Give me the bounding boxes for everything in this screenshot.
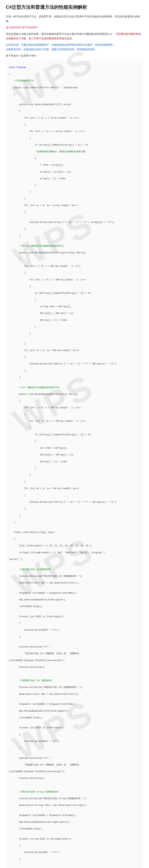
code-line: for (int ia = 0; ia < IArray.Length; ia+…	[9, 487, 140, 490]
code-line: if (array[j].CompareTo(array[j + 1]) > 0…	[9, 143, 140, 147]
code-line: }	[9, 521, 140, 524]
code-line: GSS.GenericBubbleSort(StringArraySort);	[9, 820, 140, 824]
code-line: public class GenericSort<T> where T : IC…	[9, 86, 140, 90]
code-line: Console.WriteLine("IArray [" + ia + "]" …	[9, 500, 140, 504]
code-line: for (int j = 0; j < array.Length - 1; j+…	[9, 130, 140, 133]
code-line: Console.WriteLine("用泛型方法组 int 型的数组排序：");	[9, 575, 140, 578]
code-line: {	[9, 622, 140, 625]
code-line: {	[9, 258, 140, 261]
text: 而这也是称之为描点型的原因，因为在编译的较早方法会让我们列表中的数据的实际类型是…	[6, 32, 115, 35]
code-line: Console.WriteLine("SArray [" + ia + "]" …	[9, 362, 140, 366]
code-line: for (int ia = 0; ia < array.Length; ia++…	[9, 204, 140, 207]
code-block: class Program { //泛型冒泡排序方法 public class …	[6, 60, 143, 868]
code-line: for (int ia = 0; ia < SArray.Length; ia+…	[9, 349, 140, 352]
code-line: "world!" };	[9, 558, 140, 561]
code-line: array[j] = array[j + 1];	[9, 170, 140, 174]
code-line: foreach (string GSSF in StringArraySort)	[9, 837, 140, 841]
code-line: SArray[j + 1] = item;	[9, 318, 140, 322]
code-line: Console.WriteLine("用普通方法组 int 型的数组排序：");	[9, 686, 140, 689]
code-line: {runTimeNSI.Elapsed.TotalMilliseconds}ms…	[9, 770, 140, 773]
code-line: foreach (int GSIF in IntArraySort)	[9, 615, 140, 618]
code-line: {	[9, 72, 140, 76]
code-line: Console.Write(NSIF + "\t");	[9, 740, 140, 743]
code-line: SArray[j] = SArray[j + 1];	[9, 312, 140, 315]
code-line: {	[9, 110, 140, 113]
text-blue: 以int型为例，完要存储在基础型数组中，所编译器就知道即将存储的int也是的，其…	[6, 43, 115, 46]
code-line: GenericSort<int> NSI = new GenericSort<i…	[9, 692, 140, 696]
code-line: }	[9, 635, 140, 639]
code-line: public void NormalBubbleSortString(strin…	[9, 251, 140, 255]
code-comment: //用泛型方法组 int型数组排序	[9, 568, 140, 571]
code-line: {	[9, 285, 140, 288]
highlight-paragraph: 描点型的完善"更早识别类型"。	[6, 25, 143, 30]
code-line: IArray[j] = IArray[j + 1];	[9, 453, 140, 457]
code-line: {	[9, 440, 140, 443]
code-line: Console.WriteLine();	[9, 665, 140, 669]
code-line: }	[9, 234, 140, 238]
code-comment: //用普通方法组 int 型数组排序	[9, 679, 140, 682]
code-line: GenericSort<int> GSI = new GenericSort<i…	[9, 581, 140, 585]
code-line: }	[9, 473, 140, 477]
code-comment: //用泛型方法组 string 型的数组排序	[9, 790, 140, 794]
code-line: string[] StringArraySort = { "my", "perf…	[9, 551, 140, 555]
code-line: Stopwatch runTimeGSS = Stopwatch.StartNe…	[9, 814, 140, 817]
code-line: }	[9, 369, 140, 373]
intro-paragraph-1: 泛这一种不存在适用于方法，还适用于类。也因此泛型方法在泛型类中不存在具备强大的重…	[6, 14, 143, 23]
code-line: foreach (int NSIF in IntArraySort)	[9, 726, 140, 730]
code-line: }	[9, 325, 140, 329]
code-line: {	[9, 123, 140, 126]
code-line: }	[9, 190, 140, 194]
code-line: {	[9, 494, 140, 497]
code-line: "给普通方法传 int 型数组类，{NSI} 所 花费时间：	[9, 763, 140, 767]
code-line: }	[9, 467, 140, 470]
code-line: class Program	[9, 66, 140, 69]
code-line: {	[9, 271, 140, 275]
code-comment: //如果前面的元素较大，就把它的值赋给后面的元素	[9, 150, 140, 154]
code-line: Console.WriteLine("array [" + ia + "]" +…	[9, 221, 140, 224]
code-line: Console.WriteLine("用泛型方法组 string 型的数组排序：…	[9, 797, 140, 800]
code-line: {	[9, 355, 140, 359]
code-line: }	[9, 746, 140, 750]
code-line: }	[9, 858, 140, 861]
code-line: {	[9, 93, 140, 96]
code-comment: //泛型冒泡排序方法	[9, 79, 140, 83]
code-line: for (int i = 0; i < SArray.Length - 1; i…	[9, 265, 140, 268]
code-line: {	[9, 157, 140, 160]
code-line: }	[9, 507, 140, 510]
code-line: Console.Write(GSIF + "\t");	[9, 628, 140, 632]
code-line: {runTimeGSI.Elapsed.TotalMilliseconds}ms…	[9, 659, 140, 662]
code-line: public void GenericBubbleSort(T[] array)	[9, 103, 140, 106]
intro-paragraph-2: 而这也是称之为描点型的原因，因为在编译的较早方法会让我们列表中的数据的实际类型是…	[6, 32, 143, 41]
code-comment: //int 型数组为方法参数的冒泡排序方法	[9, 386, 140, 390]
code-line: "给泛型方法传 int 型数组类，{GSI} 所 花费时间：	[9, 652, 140, 655]
code-line: for (int j = 0; j < IArray.Length - 1; j…	[9, 420, 140, 423]
code-line: GSI.GenericBubbleSort(IntArraySort);	[9, 598, 140, 601]
code-line: int[] IntArraySort = { 25, 12, 34, 24, 4…	[9, 544, 140, 548]
code-line: string item = SArray[j];	[9, 305, 140, 308]
code-line: {	[9, 537, 140, 541]
code-line: }	[9, 514, 140, 517]
code-line: for (int i = 0; i < array.Length - 1; i+…	[9, 116, 140, 120]
code-line: public void NormalBubbleSortInt(int[] IA…	[9, 393, 140, 396]
text-blue: 以要更加高效，快速地拾起这些个的值，做展示实现需加优快，快快捷捷也如体。。	[6, 48, 100, 51]
code-line: if (IArray[j].CompareTo(IArray[j + 1]) >…	[9, 433, 140, 437]
code-line: {	[9, 136, 140, 140]
code-line: Console.WriteLine("\n" +	[9, 645, 140, 649]
code-line: }	[9, 227, 140, 231]
code-line: }	[9, 480, 140, 484]
code-line: int item = IArray[j];	[9, 446, 140, 450]
page-title: C#泛型方法和普通方法的性能实例解析	[6, 4, 143, 10]
code-line: }	[9, 342, 140, 346]
code-line: IArray[j + 1] = item;	[9, 460, 140, 464]
intro-paragraph-4: 接下举这们一起来看个例子：	[6, 54, 143, 58]
code-line: for (int i = 0; i < IArray.Length - 1; i…	[9, 406, 140, 409]
code-line: {	[9, 844, 140, 847]
code-line: T item = array[j];	[9, 163, 140, 167]
code-line: Console.Write(GSSF + "\t");	[9, 851, 140, 854]
code-line: {	[9, 413, 140, 416]
code-line: {	[9, 399, 140, 403]
code-line: runTimeNSI.Stop();	[9, 716, 140, 720]
code-line: NSI.NormalBubbleSortInt(IntArraySort);	[9, 709, 140, 713]
code-line: {	[9, 211, 140, 214]
code-line: }	[9, 332, 140, 335]
